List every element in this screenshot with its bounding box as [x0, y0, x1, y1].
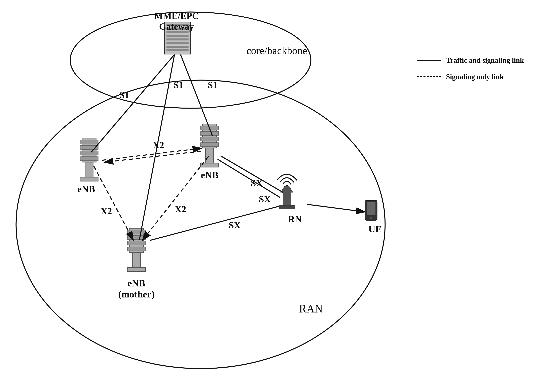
- x2-label-right: X2: [175, 204, 186, 214]
- svg-rect-19: [200, 137, 219, 141]
- legend-solid-item: Traffic and signaling link: [417, 56, 524, 65]
- sx-label-middle: SX: [259, 194, 271, 204]
- svg-rect-10: [80, 140, 98, 144]
- enb-left-icon: [80, 138, 98, 181]
- legend-dashed-label: Signaling only link: [446, 73, 504, 81]
- s1-label-left: S1: [120, 90, 129, 100]
- x2-line-left-right: [102, 148, 201, 160]
- rn-to-ue-line: [307, 204, 365, 212]
- x2-label-top: X2: [153, 140, 164, 150]
- svg-rect-22: [200, 163, 219, 167]
- svg-point-35: [370, 217, 372, 219]
- ran-label: RAN: [299, 302, 323, 315]
- s1-label-center: S1: [174, 80, 183, 90]
- x2-line-left-bottom: [94, 166, 133, 240]
- enb-right-icon: [200, 124, 219, 167]
- legend-dashed-line: [417, 76, 441, 77]
- rn-label: RN: [288, 214, 302, 224]
- svg-rect-13: [80, 157, 98, 161]
- enb-bottom-mother-label: (mother): [118, 289, 154, 300]
- x2-line-right-left: [104, 151, 200, 162]
- svg-rect-26: [127, 241, 145, 245]
- sx-line-enb-bottom-rn: [150, 206, 279, 240]
- svg-rect-6: [167, 42, 189, 44]
- legend-dashed-item: Signaling only link: [417, 73, 524, 81]
- enb-right-label: eNB: [201, 170, 219, 180]
- svg-rect-7: [167, 46, 189, 48]
- enb-left-label: eNB: [77, 184, 95, 194]
- svg-rect-25: [127, 236, 145, 239]
- svg-rect-4: [167, 35, 189, 37]
- svg-rect-18: [200, 131, 219, 135]
- s1-line-right: [180, 55, 213, 136]
- svg-rect-20: [200, 143, 219, 147]
- sx-label-bottom: SX: [229, 220, 241, 230]
- s1-line-left: [91, 55, 174, 152]
- s1-label-right: S1: [208, 80, 218, 90]
- ran-ellipse: [16, 80, 385, 369]
- svg-rect-29: [127, 268, 145, 271]
- sx-line-enb-right-rn-2: [218, 159, 280, 197]
- svg-rect-14: [85, 162, 93, 178]
- legend-solid-line: [417, 60, 441, 61]
- svg-rect-27: [127, 247, 145, 251]
- legend: Traffic and signaling link Signaling onl…: [417, 56, 524, 81]
- svg-rect-28: [132, 252, 140, 268]
- svg-rect-21: [206, 148, 214, 164]
- svg-rect-31: [283, 192, 291, 206]
- ue-label: UE: [369, 224, 382, 234]
- ue-icon: [365, 200, 377, 220]
- mme-label: MME/EPC: [154, 11, 199, 21]
- svg-rect-5: [167, 38, 189, 40]
- core-backbone-label: core/backbone: [246, 45, 307, 56]
- svg-rect-15: [80, 177, 98, 181]
- enb-bottom-label: eNB: [128, 278, 145, 288]
- svg-rect-34: [367, 202, 375, 215]
- gateway-label: Gateway: [159, 21, 194, 32]
- x2-label-left: X2: [101, 206, 112, 216]
- diagram-container: MME/EPC Gateway core/backbone eNB: [0, 0, 560, 392]
- rn-icon: [277, 174, 297, 209]
- svg-rect-8: [167, 49, 189, 51]
- legend-solid-label: Traffic and signaling link: [446, 56, 524, 65]
- svg-rect-12: [80, 151, 98, 155]
- svg-rect-32: [279, 205, 295, 209]
